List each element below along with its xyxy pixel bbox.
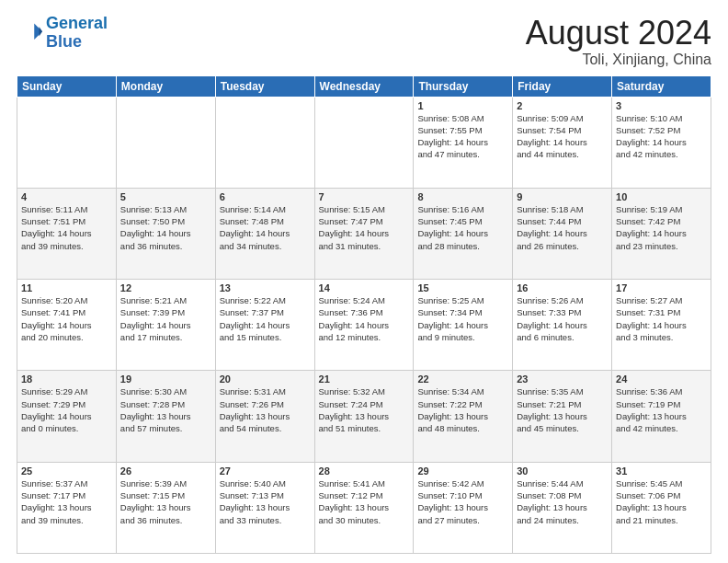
day-info: Sunrise: 5:37 AM Sunset: 7:17 PM Dayligh… — [21, 477, 112, 526]
day-number: 24 — [616, 373, 707, 385]
day-info: Sunrise: 5:40 AM Sunset: 7:13 PM Dayligh… — [220, 477, 311, 526]
day-number: 6 — [220, 191, 311, 202]
day-number: 23 — [517, 373, 608, 385]
logo-line2: Blue — [46, 32, 82, 51]
col-wednesday: Wednesday — [314, 75, 414, 97]
calendar-cell: 31Sunrise: 5:45 AM Sunset: 7:06 PM Dayli… — [612, 462, 711, 553]
logo: General Blue — [17, 15, 108, 52]
day-info: Sunrise: 5:22 AM Sunset: 7:37 PM Dayligh… — [220, 294, 311, 343]
calendar-cell — [116, 97, 215, 188]
day-number: 30 — [517, 465, 608, 477]
calendar-cell: 9Sunrise: 5:18 AM Sunset: 7:44 PM Daylig… — [513, 188, 612, 279]
day-info: Sunrise: 5:19 AM Sunset: 7:42 PM Dayligh… — [616, 203, 707, 252]
day-info: Sunrise: 5:41 AM Sunset: 7:12 PM Dayligh… — [319, 477, 410, 526]
day-info: Sunrise: 5:34 AM Sunset: 7:22 PM Dayligh… — [417, 385, 508, 434]
col-saturday: Saturday — [612, 75, 711, 97]
calendar-cell: 28Sunrise: 5:41 AM Sunset: 7:12 PM Dayli… — [314, 462, 414, 553]
day-number: 2 — [517, 100, 608, 111]
title-block: August 2024 Toli, Xinjiang, China — [526, 15, 711, 68]
day-number: 13 — [220, 282, 311, 293]
calendar-cell: 18Sunrise: 5:29 AM Sunset: 7:29 PM Dayli… — [17, 371, 117, 462]
header-row: Sunday Monday Tuesday Wednesday Thursday… — [17, 75, 711, 97]
day-info: Sunrise: 5:24 AM Sunset: 7:36 PM Dayligh… — [319, 294, 410, 343]
day-info: Sunrise: 5:45 AM Sunset: 7:06 PM Dayligh… — [616, 477, 707, 526]
day-number: 8 — [417, 191, 508, 202]
calendar-cell: 10Sunrise: 5:19 AM Sunset: 7:42 PM Dayli… — [612, 188, 711, 279]
day-number: 16 — [517, 282, 608, 293]
day-info: Sunrise: 5:36 AM Sunset: 7:19 PM Dayligh… — [616, 385, 707, 434]
day-number: 18 — [21, 373, 112, 385]
calendar-cell — [314, 97, 414, 188]
day-info: Sunrise: 5:09 AM Sunset: 7:54 PM Dayligh… — [517, 112, 608, 161]
day-info: Sunrise: 5:11 AM Sunset: 7:51 PM Dayligh… — [21, 203, 112, 252]
day-number: 31 — [616, 465, 707, 477]
location-title: Toli, Xinjiang, China — [526, 52, 711, 68]
calendar-cell: 12Sunrise: 5:21 AM Sunset: 7:39 PM Dayli… — [116, 280, 215, 371]
day-number: 1 — [417, 100, 508, 111]
day-number: 28 — [319, 465, 410, 477]
week-row-4: 25Sunrise: 5:37 AM Sunset: 7:17 PM Dayli… — [17, 462, 711, 553]
day-info: Sunrise: 5:35 AM Sunset: 7:21 PM Dayligh… — [517, 385, 608, 434]
col-thursday: Thursday — [414, 75, 513, 97]
day-number: 12 — [120, 282, 211, 293]
calendar-cell: 14Sunrise: 5:24 AM Sunset: 7:36 PM Dayli… — [314, 280, 414, 371]
day-info: Sunrise: 5:13 AM Sunset: 7:50 PM Dayligh… — [120, 203, 211, 252]
calendar-cell: 15Sunrise: 5:25 AM Sunset: 7:34 PM Dayli… — [414, 280, 513, 371]
day-info: Sunrise: 5:44 AM Sunset: 7:08 PM Dayligh… — [517, 477, 608, 526]
calendar-cell: 5Sunrise: 5:13 AM Sunset: 7:50 PM Daylig… — [116, 188, 215, 279]
calendar-cell: 4Sunrise: 5:11 AM Sunset: 7:51 PM Daylig… — [17, 188, 117, 279]
calendar-cell: 21Sunrise: 5:32 AM Sunset: 7:24 PM Dayli… — [314, 371, 414, 462]
day-info: Sunrise: 5:10 AM Sunset: 7:52 PM Dayligh… — [616, 112, 707, 161]
calendar-cell: 13Sunrise: 5:22 AM Sunset: 7:37 PM Dayli… — [215, 280, 314, 371]
day-number: 25 — [21, 465, 112, 477]
day-number: 17 — [616, 282, 707, 293]
calendar-cell: 27Sunrise: 5:40 AM Sunset: 7:13 PM Dayli… — [215, 462, 314, 553]
calendar-cell: 3Sunrise: 5:10 AM Sunset: 7:52 PM Daylig… — [612, 97, 711, 188]
day-info: Sunrise: 5:30 AM Sunset: 7:28 PM Dayligh… — [120, 385, 211, 434]
calendar-cell: 1Sunrise: 5:08 AM Sunset: 7:55 PM Daylig… — [414, 97, 513, 188]
calendar-cell: 29Sunrise: 5:42 AM Sunset: 7:10 PM Dayli… — [414, 462, 513, 553]
logo-line1: General — [46, 14, 108, 32]
calendar-cell: 6Sunrise: 5:14 AM Sunset: 7:48 PM Daylig… — [215, 188, 314, 279]
calendar-cell: 11Sunrise: 5:20 AM Sunset: 7:41 PM Dayli… — [17, 280, 117, 371]
calendar: Sunday Monday Tuesday Wednesday Thursday… — [17, 75, 711, 554]
week-row-2: 11Sunrise: 5:20 AM Sunset: 7:41 PM Dayli… — [17, 280, 711, 371]
day-info: Sunrise: 5:18 AM Sunset: 7:44 PM Dayligh… — [517, 203, 608, 252]
page: General Blue August 2024 Toli, Xinjiang,… — [0, 0, 728, 563]
day-number: 15 — [417, 282, 508, 293]
day-info: Sunrise: 5:20 AM Sunset: 7:41 PM Dayligh… — [21, 294, 112, 343]
calendar-cell — [215, 97, 314, 188]
day-info: Sunrise: 5:27 AM Sunset: 7:31 PM Dayligh… — [616, 294, 707, 343]
calendar-cell: 7Sunrise: 5:15 AM Sunset: 7:47 PM Daylig… — [314, 188, 414, 279]
calendar-table: Sunday Monday Tuesday Wednesday Thursday… — [17, 75, 711, 554]
calendar-cell — [17, 97, 117, 188]
day-number: 14 — [319, 282, 410, 293]
day-info: Sunrise: 5:15 AM Sunset: 7:47 PM Dayligh… — [319, 203, 410, 252]
week-row-3: 18Sunrise: 5:29 AM Sunset: 7:29 PM Dayli… — [17, 371, 711, 462]
day-info: Sunrise: 5:16 AM Sunset: 7:45 PM Dayligh… — [417, 203, 508, 252]
day-info: Sunrise: 5:26 AM Sunset: 7:33 PM Dayligh… — [517, 294, 608, 343]
month-title: August 2024 — [526, 15, 711, 52]
day-info: Sunrise: 5:29 AM Sunset: 7:29 PM Dayligh… — [21, 385, 112, 434]
calendar-cell: 24Sunrise: 5:36 AM Sunset: 7:19 PM Dayli… — [612, 371, 711, 462]
calendar-cell: 20Sunrise: 5:31 AM Sunset: 7:26 PM Dayli… — [215, 371, 314, 462]
day-number: 10 — [616, 191, 707, 202]
day-number: 7 — [319, 191, 410, 202]
day-number: 19 — [120, 373, 211, 385]
day-number: 21 — [319, 373, 410, 385]
header: General Blue August 2024 Toli, Xinjiang,… — [17, 15, 711, 68]
day-number: 5 — [120, 191, 211, 202]
day-info: Sunrise: 5:32 AM Sunset: 7:24 PM Dayligh… — [319, 385, 410, 434]
logo-text: General Blue — [46, 15, 108, 52]
day-number: 27 — [220, 465, 311, 477]
svg-marker-1 — [40, 27, 43, 37]
day-number: 4 — [21, 191, 112, 202]
calendar-cell: 19Sunrise: 5:30 AM Sunset: 7:28 PM Dayli… — [116, 371, 215, 462]
day-info: Sunrise: 5:25 AM Sunset: 7:34 PM Dayligh… — [417, 294, 508, 343]
calendar-cell: 30Sunrise: 5:44 AM Sunset: 7:08 PM Dayli… — [513, 462, 612, 553]
calendar-cell: 16Sunrise: 5:26 AM Sunset: 7:33 PM Dayli… — [513, 280, 612, 371]
calendar-cell: 25Sunrise: 5:37 AM Sunset: 7:17 PM Dayli… — [17, 462, 117, 553]
day-info: Sunrise: 5:08 AM Sunset: 7:55 PM Dayligh… — [417, 112, 508, 161]
calendar-cell: 2Sunrise: 5:09 AM Sunset: 7:54 PM Daylig… — [513, 97, 612, 188]
calendar-cell: 8Sunrise: 5:16 AM Sunset: 7:45 PM Daylig… — [414, 188, 513, 279]
